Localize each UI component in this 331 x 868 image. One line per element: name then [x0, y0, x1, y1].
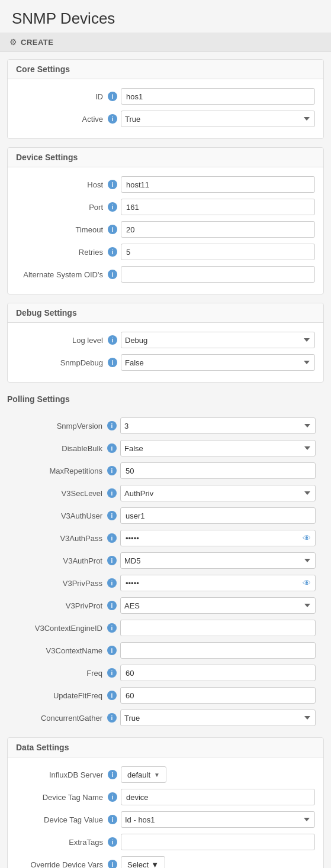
v3authpass-row: V3AuthPass i 👁: [7, 527, 324, 549]
override-info-icon[interactable]: i: [108, 860, 117, 868]
v3authprot-row: V3AuthProt i MD5 SHA: [7, 549, 324, 572]
core-settings-header: Core Settings: [8, 60, 323, 79]
disablebulk-row: DisableBulk i False True: [7, 437, 324, 459]
retries-input[interactable]: [121, 244, 315, 260]
v3privprot-info-icon[interactable]: i: [107, 601, 117, 610]
maxrepetitions-info-icon[interactable]: i: [107, 466, 117, 475]
active-info-icon[interactable]: i: [108, 114, 117, 124]
active-label: Active: [16, 115, 108, 124]
v3privpass-info-icon[interactable]: i: [107, 578, 117, 588]
extratags-input[interactable]: [121, 834, 315, 850]
v3authpass-input[interactable]: [120, 530, 316, 546]
concurrentgather-label: ConcurrentGather: [15, 714, 107, 723]
device-tag-value-info-icon[interactable]: i: [108, 815, 117, 824]
loglevel-info-icon[interactable]: i: [108, 335, 117, 345]
maxrepetitions-label: MaxRepetitions: [15, 467, 107, 475]
host-info-icon[interactable]: i: [108, 180, 117, 189]
active-select[interactable]: True False: [121, 111, 315, 127]
timeout-row: Timeout i: [8, 218, 323, 241]
snmpversion-select[interactable]: 1 2c 3: [120, 417, 316, 434]
concurrentgather-row: ConcurrentGather i True False: [7, 707, 324, 729]
timeout-info-icon[interactable]: i: [108, 225, 117, 234]
v3seclevel-label: V3SecLevel: [15, 489, 107, 498]
freq-info-icon[interactable]: i: [107, 668, 117, 678]
override-caret-icon: ▼: [151, 860, 159, 869]
polling-settings-section: Polling Settings: [7, 391, 324, 406]
v3contextengineid-input[interactable]: [120, 620, 316, 636]
extratags-label: ExtraTags: [16, 838, 108, 847]
v3authpass-eye-icon[interactable]: 👁: [303, 533, 311, 543]
polling-settings-header: Polling Settings: [7, 391, 324, 406]
snmpdebug-select[interactable]: False True: [121, 354, 315, 371]
timeout-input[interactable]: [121, 221, 315, 238]
id-label: ID: [16, 92, 108, 101]
disablebulk-label: DisableBulk: [15, 444, 107, 453]
v3authuser-label: V3AuthUser: [15, 511, 107, 520]
disablebulk-select[interactable]: False True: [120, 440, 316, 456]
override-btn-label: Select: [127, 860, 149, 869]
loglevel-label: Log level: [16, 336, 108, 345]
v3authprot-select[interactable]: MD5 SHA: [120, 552, 316, 569]
loglevel-row: Log level i Debug Info Warning Error: [8, 329, 323, 351]
create-bar[interactable]: ⚙ CREATE: [0, 33, 331, 52]
port-info-icon[interactable]: i: [108, 202, 117, 212]
maxrepetitions-input[interactable]: [120, 462, 316, 479]
v3seclevel-select[interactable]: AuthPriv AuthNoPriv NoAuthNoPriv: [120, 485, 316, 501]
disablebulk-info-icon[interactable]: i: [107, 443, 117, 453]
device-tag-name-info-icon[interactable]: i: [108, 792, 117, 802]
v3contextengineid-row: V3ContextEngineID i: [7, 617, 324, 639]
snmpdebug-info-icon[interactable]: i: [108, 358, 117, 367]
v3contextengineid-info-icon[interactable]: i: [107, 623, 117, 633]
updatefltfreq-info-icon[interactable]: i: [107, 691, 117, 700]
host-input[interactable]: [121, 176, 315, 193]
extratags-row: ExtraTags i: [8, 831, 323, 853]
freq-input[interactable]: [120, 665, 316, 681]
v3authuser-input[interactable]: [120, 507, 316, 524]
v3authuser-row: V3AuthUser i: [7, 504, 324, 527]
influxdb-info-icon[interactable]: i: [108, 770, 117, 779]
v3authuser-info-icon[interactable]: i: [107, 511, 117, 520]
override-select-button[interactable]: Select ▼: [121, 856, 165, 868]
page-title: SNMP Devices: [0, 0, 331, 33]
port-label: Port: [16, 203, 108, 212]
v3privprot-select[interactable]: AES DES: [120, 597, 316, 614]
alternate-oid-info-icon[interactable]: i: [108, 270, 117, 279]
device-tag-name-label: Device Tag Name: [16, 793, 108, 802]
id-info-icon[interactable]: i: [108, 92, 117, 101]
alternate-oid-input[interactable]: [121, 266, 315, 283]
v3authpass-info-icon[interactable]: i: [107, 533, 117, 543]
influxdb-dropdown[interactable]: default ▼: [121, 766, 166, 783]
v3contextengineid-label: V3ContextEngineID: [15, 624, 107, 633]
snmpversion-label: SnmpVersion: [15, 422, 107, 430]
device-tag-value-select[interactable]: Id - hos1: [121, 811, 315, 828]
v3privpass-input[interactable]: [120, 575, 316, 591]
alternate-oid-row: Alternate System OID's i: [8, 263, 323, 286]
v3authprot-label: V3AuthProt: [15, 556, 107, 565]
v3privpass-wrapper: 👁: [120, 575, 316, 591]
updatefltfreq-label: UpdateFltFreq: [15, 691, 107, 700]
snmpversion-info-icon[interactable]: i: [107, 421, 117, 430]
v3authprot-info-icon[interactable]: i: [107, 556, 117, 565]
v3seclevel-info-icon[interactable]: i: [107, 488, 117, 498]
id-input[interactable]: [121, 88, 315, 105]
v3privprot-row: V3PrivProt i AES DES: [7, 594, 324, 617]
v3privpass-eye-icon[interactable]: 👁: [303, 578, 311, 588]
updatefltfreq-input[interactable]: [120, 687, 316, 704]
create-label[interactable]: CREATE: [21, 38, 53, 47]
v3contextname-input[interactable]: [120, 642, 316, 659]
v3privpass-label: V3PrivPass: [15, 579, 107, 588]
concurrentgather-select[interactable]: True False: [120, 710, 316, 726]
core-settings-card: Core Settings ID i Active i True False: [7, 59, 324, 139]
loglevel-select[interactable]: Debug Info Warning Error: [121, 332, 315, 348]
concurrentgather-info-icon[interactable]: i: [107, 713, 117, 723]
device-tag-value-label: Device Tag Value: [16, 815, 108, 824]
retries-info-icon[interactable]: i: [108, 247, 117, 257]
retries-label: Retries: [16, 248, 108, 257]
extratags-info-icon[interactable]: i: [108, 837, 117, 847]
v3contextname-row: V3ContextName i: [7, 639, 324, 662]
v3contextname-info-icon[interactable]: i: [107, 646, 117, 655]
device-tag-name-input[interactable]: [121, 789, 315, 805]
id-row: ID i: [8, 85, 323, 108]
port-input[interactable]: [121, 199, 315, 215]
v3authpass-label: V3AuthPass: [15, 534, 107, 543]
